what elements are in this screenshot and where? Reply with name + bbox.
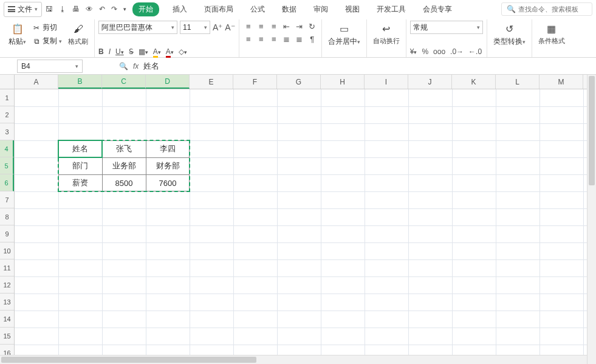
tab-dev[interactable]: 开发工具 bbox=[373, 2, 409, 16]
print-preview-icon[interactable]: 👁 bbox=[86, 5, 93, 13]
paste-icon: 📋 bbox=[11, 22, 24, 35]
align-top-icon[interactable]: ≡ bbox=[243, 21, 254, 32]
fill-color-button[interactable]: A▾ bbox=[153, 47, 161, 56]
align-right-icon[interactable]: ≡ bbox=[269, 33, 279, 44]
row-header-9[interactable]: 9 bbox=[0, 225, 14, 242]
tab-layout[interactable]: 页面布局 bbox=[200, 2, 237, 16]
percent-button[interactable]: % bbox=[422, 47, 428, 56]
dec-decimal-button[interactable]: ←.0 bbox=[468, 47, 482, 56]
save-icon[interactable]: 🖫 bbox=[46, 5, 53, 13]
currency-button[interactable]: ¥▾ bbox=[410, 47, 417, 56]
indent-inc-icon[interactable]: ⇥ bbox=[294, 21, 305, 32]
merge-button[interactable]: ▭ 合并居中▾ bbox=[326, 21, 363, 48]
print-icon[interactable]: 🖶 bbox=[72, 5, 80, 13]
row-header-7[interactable]: 7 bbox=[0, 191, 14, 208]
row-header-10[interactable]: 10 bbox=[0, 242, 14, 259]
save-as-icon[interactable]: ⭳ bbox=[59, 5, 66, 13]
undo-icon[interactable]: ↶ bbox=[99, 5, 105, 13]
format-painter-button[interactable]: 🖌 格式刷 bbox=[66, 21, 91, 47]
font-color-button[interactable]: A▾ bbox=[166, 47, 174, 56]
row-header-2[interactable]: 2 bbox=[0, 106, 14, 123]
align-left-icon[interactable]: ≡ bbox=[243, 33, 254, 44]
select-all-corner[interactable] bbox=[0, 75, 15, 89]
vertical-scroll-thumb[interactable] bbox=[589, 76, 595, 185]
strike-button[interactable]: S̶ bbox=[129, 47, 134, 56]
row-header-3[interactable]: 3 bbox=[0, 123, 14, 140]
tab-review[interactable]: 审阅 bbox=[310, 2, 332, 16]
col-header-K[interactable]: K bbox=[452, 75, 496, 89]
col-header-I[interactable]: I bbox=[365, 75, 408, 89]
copy-button[interactable]: ⧉复制▾ bbox=[31, 35, 63, 47]
inc-decimal-button[interactable]: .0→ bbox=[450, 47, 464, 56]
row-header-13[interactable]: 13 bbox=[0, 294, 14, 311]
col-header-E[interactable]: E bbox=[190, 75, 233, 89]
col-header-J[interactable]: J bbox=[408, 75, 452, 89]
row-header-14[interactable]: 14 bbox=[0, 311, 14, 328]
paste-button[interactable]: 📋 粘贴▾ bbox=[6, 21, 29, 48]
fx-icon[interactable]: fx bbox=[133, 62, 139, 70]
col-header-L[interactable]: L bbox=[496, 75, 539, 89]
alignment-group: ≡ ≡ ≡ ⇤ ⇥ ↻ ≡ ≡ ≡ ≣ ≣ ¶ bbox=[239, 19, 322, 57]
rtl-icon[interactable]: ¶ bbox=[307, 33, 318, 44]
col-header-A[interactable]: A bbox=[15, 75, 58, 89]
formula-input[interactable] bbox=[143, 61, 265, 70]
format-painter-label: 格式刷 bbox=[68, 37, 88, 46]
tab-formula[interactable]: 公式 bbox=[247, 2, 269, 16]
cond-format-button[interactable]: ▦ 条件格式 bbox=[536, 21, 567, 47]
col-header-G[interactable]: G bbox=[277, 75, 321, 89]
file-menu[interactable]: 文件 ▾ bbox=[4, 2, 42, 17]
align-middle-icon[interactable]: ≡ bbox=[256, 21, 267, 32]
redo-icon[interactable]: ↷ bbox=[111, 5, 117, 13]
cut-button[interactable]: ✂剪切 bbox=[31, 22, 63, 33]
row-header-5[interactable]: 5 bbox=[0, 157, 14, 174]
vertical-scrollbar[interactable] bbox=[587, 75, 596, 364]
row-header-6[interactable]: 6 bbox=[0, 174, 14, 191]
number-format-combo[interactable]: 常规▾ bbox=[410, 21, 483, 34]
col-header-H[interactable]: H bbox=[321, 75, 365, 89]
bold-button[interactable]: B bbox=[98, 47, 104, 56]
clear-format-button[interactable]: ◇▾ bbox=[179, 47, 187, 56]
indent-dec-icon[interactable]: ⇤ bbox=[281, 21, 292, 32]
increase-font-icon[interactable]: A⁺ bbox=[213, 22, 222, 32]
horizontal-scrollbar[interactable] bbox=[0, 355, 587, 364]
col-header-M[interactable]: M bbox=[539, 75, 583, 89]
row-header-12[interactable]: 12 bbox=[0, 276, 14, 294]
name-box[interactable]: B4 ▾ bbox=[17, 60, 83, 73]
row-header-1[interactable]: 1 bbox=[0, 89, 14, 106]
wrap-button[interactable]: ↩ 自动换行 bbox=[371, 21, 402, 47]
row-header-4[interactable]: 4 bbox=[0, 140, 14, 157]
tab-member[interactable]: 会员专享 bbox=[419, 2, 456, 16]
tab-data[interactable]: 数据 bbox=[278, 2, 300, 16]
distribute-icon[interactable]: ≣ bbox=[294, 33, 305, 44]
decrease-font-icon[interactable]: A⁻ bbox=[225, 22, 235, 32]
col-header-C[interactable]: C bbox=[102, 75, 146, 89]
justify-icon[interactable]: ≣ bbox=[281, 33, 292, 44]
col-header-B[interactable]: B bbox=[58, 75, 102, 89]
col-header-D[interactable]: D bbox=[146, 75, 190, 89]
row-header-8[interactable]: 8 bbox=[0, 208, 14, 225]
row-header-15[interactable]: 15 bbox=[0, 328, 14, 345]
row-header-11[interactable]: 11 bbox=[0, 259, 14, 276]
align-bottom-icon[interactable]: ≡ bbox=[269, 21, 279, 32]
cells-area[interactable]: 姓名张飞李四部门业务部财务部薪资85007600 bbox=[15, 89, 596, 364]
chevron-down-icon: ▾ bbox=[35, 6, 38, 12]
zoom-icon[interactable]: 🔍 bbox=[119, 62, 128, 70]
copy-label: 复制 bbox=[43, 36, 57, 46]
align-center-icon[interactable]: ≡ bbox=[256, 33, 267, 44]
type-convert-button[interactable]: ↺ 类型转换▾ bbox=[491, 21, 528, 48]
border-button[interactable]: ▦▾ bbox=[139, 47, 148, 56]
horizontal-scroll-thumb[interactable] bbox=[1, 357, 256, 363]
italic-button[interactable]: I bbox=[109, 47, 111, 56]
font-size-combo[interactable]: 11▾ bbox=[180, 21, 210, 34]
comma-button[interactable]: ooo bbox=[433, 47, 445, 56]
chevron-down-icon[interactable]: ▾ bbox=[123, 6, 126, 12]
col-header-F[interactable]: F bbox=[233, 75, 277, 89]
tab-view[interactable]: 视图 bbox=[341, 2, 363, 16]
font-name-combo[interactable]: 阿里巴巴普惠体▾ bbox=[98, 21, 177, 34]
tab-insert[interactable]: 插入 bbox=[169, 2, 191, 16]
tab-start[interactable]: 开始 bbox=[132, 2, 159, 16]
search-field[interactable] bbox=[518, 5, 585, 13]
underline-button[interactable]: U▾ bbox=[115, 47, 124, 56]
search-input[interactable]: 🔍 bbox=[501, 2, 592, 16]
orientation-icon[interactable]: ↻ bbox=[307, 21, 318, 32]
